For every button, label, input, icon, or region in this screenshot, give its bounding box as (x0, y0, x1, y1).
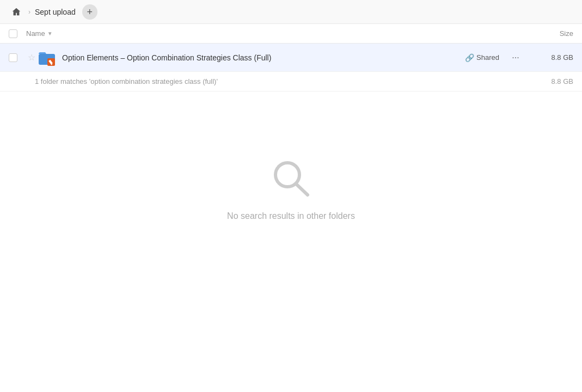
select-all-checkbox[interactable] (9, 29, 17, 38)
more-options-button[interactable]: ··· (508, 50, 523, 65)
folder-icon (38, 48, 56, 67)
row-checkbox-col (9, 53, 26, 62)
breadcrumb-label[interactable]: Sept upload (35, 8, 76, 16)
sort-icon: ▼ (47, 30, 53, 36)
header-checkbox-col (9, 29, 26, 38)
breadcrumb-chevron: › (28, 8, 30, 16)
row-checkbox[interactable] (9, 53, 17, 62)
summary-bar: 1 folder matches 'option combination str… (0, 72, 582, 91)
empty-state-text: No search results in other folders (227, 211, 355, 221)
column-header: Name ▼ Size (0, 24, 582, 44)
size-column-header: Size (530, 29, 573, 38)
shared-badge: 🔗 Shared (465, 53, 499, 62)
folder-icon-wrapper (37, 48, 57, 68)
shared-label: Shared (476, 53, 499, 62)
home-icon (11, 7, 21, 17)
file-row[interactable]: ☆ Option Elements – Option Combination S… (0, 44, 582, 72)
summary-size: 8.8 GB (552, 77, 573, 85)
home-button[interactable] (9, 4, 24, 20)
empty-state: No search results in other folders (0, 91, 582, 221)
file-name: Option Elements – Option Combination Str… (62, 53, 465, 62)
svg-line-5 (296, 184, 308, 195)
top-bar: › Sept upload + (0, 0, 582, 24)
file-size: 8.8 GB (530, 53, 573, 62)
summary-text: 1 folder matches 'option combination str… (35, 77, 218, 85)
name-column-header[interactable]: Name ▼ (26, 29, 530, 38)
search-icon-large (269, 157, 313, 200)
link-icon: 🔗 (465, 53, 474, 62)
star-icon[interactable]: ☆ (26, 52, 37, 63)
add-button[interactable]: + (82, 4, 97, 20)
